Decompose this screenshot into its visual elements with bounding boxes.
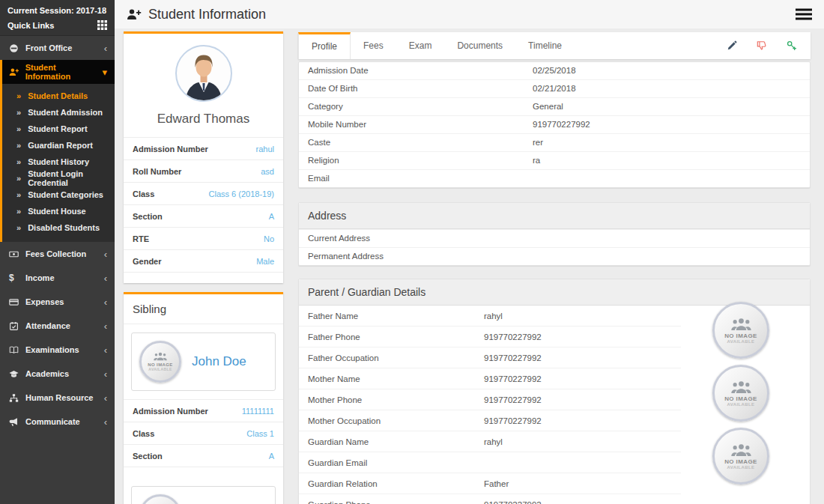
row-value: 919770227992 — [533, 120, 801, 129]
profile-details-panel: Admission Date02/25/2018 Date Of Birth02… — [298, 61, 811, 188]
sidebar-item-attendance[interactable]: Attendance ‹ — [0, 314, 115, 338]
add-login-key-icon[interactable] — [787, 40, 797, 51]
sibling-field-admission-number: Admission Number11111111 — [124, 399, 283, 422]
sibling-name-link[interactable]: John Doe — [192, 354, 246, 369]
row-value: 919770227992 — [484, 374, 672, 383]
people-group-icon — [731, 318, 751, 331]
guardian-panel: Parent / Guardian Details Father Namerah… — [298, 279, 811, 504]
field-gender: GenderMale — [124, 249, 283, 273]
row-label: Mother Name — [308, 374, 484, 383]
guardian-row-father-occupation: Father Occupation919770227992 — [299, 347, 681, 368]
subitem-label: Student Details — [28, 91, 88, 100]
tab-profile[interactable]: Profile — [298, 32, 351, 59]
tab-exam[interactable]: Exam — [396, 32, 445, 59]
sidebar-active-group: Student Information ▾ »Student Details »… — [0, 60, 115, 242]
chevron-left-icon: ‹ — [104, 344, 107, 356]
sidebar-item-examinations[interactable]: Examinations ‹ — [0, 338, 115, 362]
main-content: Edward Thomas Admission Numberrahul Roll… — [115, 28, 824, 504]
row-label: Email — [308, 174, 533, 183]
sidebar-item-fees-collection[interactable]: Fees Collection ‹ — [0, 242, 115, 266]
field-value: asd — [261, 167, 274, 176]
row-label: Guardian Phone — [308, 500, 484, 504]
row-value: rahyl — [484, 437, 672, 446]
sidebar-subitem-student-login-credential[interactable]: »Student Login Credential — [2, 170, 115, 186]
edit-pencil-icon[interactable] — [727, 40, 737, 51]
field-label: Gender — [133, 257, 162, 266]
credit-card-icon — [9, 297, 25, 307]
tab-timeline[interactable]: Timeline — [515, 32, 575, 59]
row-value: ra — [533, 156, 801, 165]
chevron-left-icon: ‹ — [104, 273, 107, 284]
hamburger-menu-icon[interactable] — [796, 8, 812, 20]
chevron-left-icon: ‹ — [104, 368, 107, 380]
chevron-left-icon: ‹ — [104, 321, 107, 332]
no-image-placeholder: NO IMAGE AVAILABLE — [139, 494, 181, 504]
field-label: Class — [133, 189, 154, 198]
sidebar-item-expenses[interactable]: Expenses ‹ — [0, 290, 115, 314]
row-label: Mobile Number — [308, 120, 533, 129]
row-label: Guardian Relation — [308, 479, 484, 488]
subitem-label: Student History — [28, 157, 89, 166]
sidebar-subitem-student-house[interactable]: »Student House — [2, 203, 115, 219]
row-label: Mother Occupation — [308, 416, 484, 425]
student-summary-card: Edward Thomas Admission Numberrahul Roll… — [124, 31, 283, 283]
guardian-row-father-phone: Father Phone919770227992 — [299, 326, 681, 347]
subitem-label: Student House — [28, 207, 86, 216]
sidebar-item-academics[interactable]: Academics ‹ — [0, 362, 115, 386]
row-value: 919770227992 — [484, 395, 672, 404]
subitem-label: Student Categories — [28, 190, 103, 199]
chevron-left-icon: ‹ — [104, 43, 107, 54]
field-label: Class — [133, 429, 154, 438]
detail-panel: Profile Fees Exam Documents Timeline — [298, 32, 811, 504]
tab-documents[interactable]: Documents — [444, 32, 515, 59]
grid-icon[interactable] — [97, 20, 107, 30]
sidebar-subitem-student-admission[interactable]: »Student Admission — [2, 104, 115, 121]
row-label: Category — [308, 102, 533, 111]
sidebar-subitem-student-categories[interactable]: »Student Categories — [2, 186, 115, 203]
sibling-item[interactable]: NO IMAGE AVAILABLE 11 11 — [131, 486, 276, 504]
tab-fees[interactable]: Fees — [351, 32, 396, 59]
row-value: 919770227992 — [484, 416, 672, 425]
row-value: General — [533, 102, 801, 111]
page-title: Student Information — [127, 7, 266, 22]
sidebar-subitem-student-report[interactable]: »Student Report — [2, 121, 115, 137]
double-arrow-icon: » — [16, 157, 21, 166]
address-row-permanent: Permanent Address — [299, 247, 810, 265]
no-image-subtext: AVAILABLE — [727, 402, 754, 407]
profile-row-admission-date: Admission Date02/25/2018 — [299, 62, 810, 79]
double-arrow-icon: » — [16, 174, 21, 183]
sidebar-item-student-information[interactable]: Student Information ▾ — [2, 60, 115, 84]
row-label: Father Phone — [308, 333, 484, 341]
sibling-item[interactable]: NO IMAGE AVAILABLE John Doe — [131, 333, 276, 391]
sidebar-item-label: Front Office — [25, 43, 72, 52]
field-label: Section — [133, 452, 163, 461]
sibling-card-title: Sibling — [124, 294, 283, 324]
no-image-subtext: AVAILABLE — [727, 465, 754, 470]
sidebar-item-human-resource[interactable]: Human Resource ‹ — [0, 386, 115, 410]
guardian-section-title: Parent / Guardian Details — [299, 279, 810, 306]
field-label: Admission Number — [133, 145, 208, 154]
profile-row-category: CategoryGeneral — [299, 97, 810, 115]
sidebar-subitem-student-history[interactable]: »Student History — [2, 154, 115, 170]
sidebar-item-income[interactable]: $ Income ‹ — [0, 266, 115, 290]
field-value: A — [269, 452, 274, 461]
sidebar-item-communicate[interactable]: Communicate ‹ — [0, 410, 115, 434]
sidebar-subitem-guardian-report[interactable]: »Guardian Report — [2, 137, 115, 154]
double-arrow-icon: » — [16, 124, 21, 133]
sidebar-item-label: Human Resource — [25, 393, 93, 402]
sidebar-item-label: Examinations — [25, 345, 79, 354]
field-label: Roll Number — [133, 167, 181, 176]
row-value: 02/25/2018 — [533, 66, 801, 75]
sidebar-item-label: Student Information — [25, 63, 103, 81]
sidebar-item-front-office[interactable]: Front Office ‹ — [0, 36, 115, 60]
double-arrow-icon: » — [16, 91, 21, 100]
disable-student-thumbs-down-icon[interactable] — [757, 40, 767, 51]
no-image-placeholder: NO IMAGE AVAILABLE — [139, 341, 181, 383]
sidebar-subitem-disabled-students[interactable]: »Disabled Students — [2, 219, 115, 236]
subitem-label: Guardian Report — [28, 141, 93, 150]
no-image-text: NO IMAGE — [724, 458, 757, 465]
sidebar-subitem-student-details[interactable]: »Student Details — [2, 88, 115, 104]
field-label: RTE — [133, 234, 149, 243]
chevron-left-icon: ‹ — [104, 392, 107, 404]
sidebar: Current Session: 2017-18 Quick Links Fro… — [0, 0, 115, 504]
